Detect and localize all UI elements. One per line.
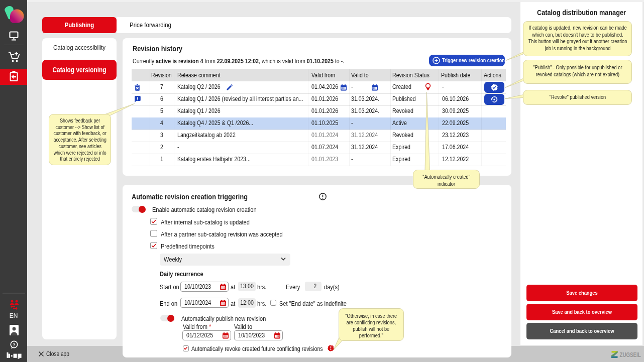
svg-text:ZUGSEIL: ZUGSEIL [620,351,641,358]
